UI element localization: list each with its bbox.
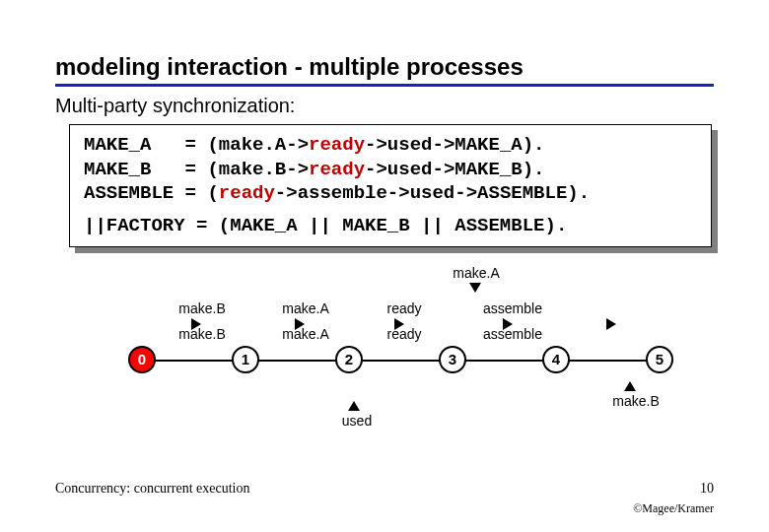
code-text: MAKE_A = (make.A-> — [84, 134, 309, 156]
transition-label: make.B — [168, 300, 237, 316]
code-line-4: ||FACTORY = (MAKE_A || MAKE_B || ASSEMBL… — [84, 214, 699, 238]
transition-label: ready — [375, 300, 434, 316]
state-node-0: 0 — [128, 346, 156, 373]
footer-left: Concurrency: concurrent execution — [55, 481, 249, 497]
mid-transition-label: ready — [375, 326, 434, 342]
return-label-used: used — [327, 413, 386, 429]
code-keyword: ready — [309, 159, 365, 180]
code-box: MAKE_A = (make.A->ready->used->MAKE_A). … — [69, 124, 712, 247]
code-blank — [84, 206, 699, 214]
state-node-4: 4 — [542, 346, 570, 373]
code-keyword: ready — [219, 182, 275, 204]
state-node-2: 2 — [335, 346, 363, 373]
mid-transition-label: make.B — [168, 326, 237, 342]
arrow-down-icon — [469, 283, 481, 293]
title-rule — [55, 84, 714, 87]
slide: modeling interaction - multiple processe… — [0, 0, 769, 532]
mid-transition-label: make.A — [271, 326, 340, 342]
arrow-right-icon — [606, 318, 616, 330]
code-box-inner: MAKE_A = (make.A->ready->used->MAKE_A). … — [69, 124, 712, 247]
return-label-makeB: make.B — [601, 393, 670, 409]
code-text: ->assemble->used->ASSEMBLE). — [275, 182, 590, 204]
state-node-5: 5 — [646, 346, 673, 373]
state-node-1: 1 — [232, 346, 259, 373]
code-line-1: MAKE_A = (make.A->ready->used->MAKE_A). — [84, 133, 699, 158]
code-text: ->used->MAKE_A). — [365, 134, 544, 156]
arrow-up-icon — [624, 381, 636, 391]
code-keyword: ready — [309, 134, 365, 156]
arrow-up-icon — [348, 401, 360, 411]
mid-transition-label: assemble — [473, 326, 552, 342]
transition-label: assemble — [473, 300, 552, 316]
top-arc-label: make.A — [442, 265, 511, 281]
transition-label: make.A — [271, 300, 340, 316]
code-text: ASSEMBLE = ( — [84, 182, 219, 204]
state-axis — [142, 360, 659, 362]
footer-credit: ©Magee/Kramer — [633, 501, 714, 516]
slide-subtitle: Multi-party synchronization: — [55, 95, 714, 117]
slide-title: modeling interaction - multiple processe… — [55, 53, 714, 81]
lts-diagram: make.A make.B make.A ready assemble 0 1 … — [79, 265, 690, 432]
code-text: MAKE_B = (make.B-> — [84, 159, 309, 180]
footer-page-number: 10 — [700, 481, 714, 497]
code-text: ->used->MAKE_B). — [365, 159, 544, 180]
code-line-2: MAKE_B = (make.B->ready->used->MAKE_B). — [84, 158, 699, 182]
state-node-3: 3 — [439, 346, 466, 373]
code-line-3: ASSEMBLE = (ready->assemble->used->ASSEM… — [84, 181, 699, 206]
